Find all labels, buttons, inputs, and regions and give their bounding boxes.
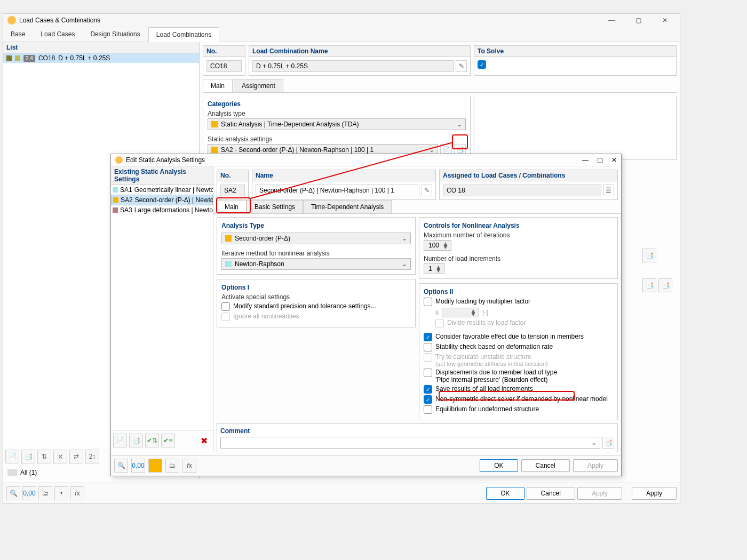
- list-icon[interactable]: ☰: [603, 185, 614, 196]
- color-button[interactable]: [148, 459, 162, 473]
- titlebar: Load Cases & Combinations — ▢ ✕: [3, 14, 680, 27]
- delete-button[interactable]: ✖: [197, 434, 211, 447]
- max-iter-spinner[interactable]: 100 ▲▼: [424, 240, 451, 251]
- maximize-icon[interactable]: ▢: [627, 17, 649, 24]
- checkbox-displacements[interactable]: ✓: [424, 369, 432, 377]
- chevron-down-icon: ⌄: [591, 439, 597, 446]
- apply-button-disabled: Apply: [577, 487, 622, 500]
- dlg-name-header: Name: [252, 170, 435, 181]
- dlg-cancel-button[interactable]: Cancel: [521, 459, 570, 472]
- tab-design-situations[interactable]: Design Situations: [83, 27, 148, 42]
- iter-method-select[interactable]: Newton-Raphson ⌄: [221, 258, 411, 270]
- checkbox-modify-precision[interactable]: ✓: [221, 302, 230, 311]
- tree-icon[interactable]: 🗂: [38, 486, 52, 500]
- color-icon: [225, 261, 232, 267]
- main-tabs: Base Load Cases Design Situations Load C…: [3, 27, 680, 42]
- color-icon: [211, 147, 218, 153]
- swatch-icon: [6, 55, 12, 61]
- app-icon: [7, 16, 16, 25]
- close-icon[interactable]: ✕: [611, 156, 617, 164]
- color-icon: [113, 197, 118, 203]
- dialog-tabs: Main Basic Settings Time-Dependent Analy…: [213, 200, 621, 214]
- tree-icon[interactable]: 🗂: [165, 459, 179, 473]
- list-item-co18[interactable]: 2.4 CO18 D + 0.75L + 0.25S: [3, 53, 199, 63]
- ok-button[interactable]: OK: [486, 487, 524, 500]
- color-icon: [211, 121, 218, 127]
- sa-item-sa2[interactable]: SA2 Second-order (P-Δ) | Newton-R: [111, 195, 213, 205]
- checkbox-equilibrium[interactable]: ✓: [424, 405, 432, 414]
- sa-item-sa3[interactable]: SA3 Large deformations | Newton-: [111, 205, 213, 215]
- apply-button[interactable]: Apply: [632, 487, 677, 500]
- controls-title: Controls for Nonlinear Analysis: [424, 222, 613, 229]
- subtab-main[interactable]: Main: [203, 79, 233, 92]
- filter-all[interactable]: All (1): [20, 469, 37, 476]
- assigned-input[interactable]: [443, 185, 601, 196]
- new-button[interactable]: 📄: [113, 434, 127, 447]
- new-button[interactable]: 📄: [5, 450, 19, 463]
- analysis-type-select[interactable]: Second-order (P-Δ) ⌄: [221, 233, 411, 244]
- swap-button[interactable]: ⇄: [69, 450, 83, 463]
- checkbox-save-results[interactable]: ✓: [424, 385, 432, 394]
- decimals-icon[interactable]: 0,00: [22, 486, 36, 500]
- dot-icon[interactable]: •: [54, 486, 68, 500]
- minimize-icon[interactable]: —: [601, 17, 622, 24]
- load-inc-spinner[interactable]: 1 ▲▼: [424, 263, 444, 274]
- edit-icon[interactable]: ✎: [422, 185, 432, 196]
- sa-list[interactable]: SA1 Geometrically linear | Newton- SA2 S…: [111, 185, 213, 430]
- solve-checkbox[interactable]: ✓: [478, 60, 486, 69]
- subtab-assignment[interactable]: Assignment: [234, 79, 283, 92]
- side-button-1[interactable]: 📑: [642, 249, 656, 262]
- side-button-3[interactable]: 📑: [658, 278, 672, 292]
- activate-label: Activate special settings: [221, 293, 411, 301]
- dlg-no-header: No.: [217, 170, 248, 181]
- comment-list-icon[interactable]: 📑: [602, 437, 614, 449]
- chevron-down-icon: ⌄: [457, 121, 462, 128]
- comment-input[interactable]: ⌄: [220, 437, 600, 449]
- tab-base[interactable]: Base: [3, 27, 33, 42]
- close-icon[interactable]: ✕: [654, 17, 676, 24]
- magnify-icon[interactable]: 🔍: [114, 459, 128, 473]
- sort-button[interactable]: ⇅: [37, 450, 51, 463]
- chevron-down-icon: ⌄: [402, 235, 407, 242]
- checkbox-stability[interactable]: ✓: [424, 343, 432, 351]
- tab-load-cases[interactable]: Load Cases: [33, 27, 83, 42]
- color-icon: [225, 235, 232, 242]
- dlg-tab-tda[interactable]: Time-Dependent Analysis: [303, 200, 392, 213]
- minimize-icon[interactable]: —: [582, 156, 589, 164]
- tab-load-combinations[interactable]: Load Combinations: [148, 27, 219, 42]
- no-input[interactable]: [206, 60, 242, 72]
- side-button-2[interactable]: 📑: [642, 278, 656, 292]
- dlg-tab-main[interactable]: Main: [217, 200, 247, 213]
- dlg-no-input[interactable]: [220, 185, 245, 196]
- checkbox-favorable[interactable]: ✓: [424, 333, 432, 341]
- checkbox-ignore-nl: ✓: [221, 313, 230, 321]
- sas-label: Static analysis settings: [208, 135, 466, 143]
- number-button[interactable]: 2↕: [85, 450, 99, 463]
- checkbox-nonsymmetric[interactable]: ✓: [424, 395, 432, 404]
- decimals-icon[interactable]: 0,00: [131, 459, 145, 473]
- copy-button[interactable]: 📑: [129, 434, 143, 447]
- magnify-icon[interactable]: 🔍: [6, 486, 20, 500]
- sa-item-sa1[interactable]: SA1 Geometrically linear | Newton-: [111, 185, 213, 195]
- maximize-icon[interactable]: ▢: [597, 156, 603, 164]
- analysis-type-select[interactable]: Static Analysis | Time-Dependent Analysi…: [208, 118, 466, 130]
- list-badge: 2.4: [23, 55, 35, 62]
- chevron-down-icon: ⌄: [429, 146, 434, 154]
- cancel-button[interactable]: Cancel: [527, 487, 575, 500]
- fx-icon[interactable]: fx: [70, 486, 84, 500]
- name-input[interactable]: [252, 60, 454, 72]
- assigned-header: Assigned to Load Cases / Combinations: [440, 170, 617, 181]
- dlg-tab-basic[interactable]: Basic Settings: [247, 200, 303, 213]
- options2-title: Options II: [424, 288, 613, 295]
- sas-value: SA2 - Second-order (P-Δ) | Newton-Raphso…: [221, 146, 374, 154]
- dlg-name-input[interactable]: [256, 185, 419, 196]
- edit-icon[interactable]: ✎: [456, 60, 467, 72]
- batch-button[interactable]: ✔≡: [161, 434, 175, 447]
- dialog-right: No. Name ✎ Assigned to Load Cases / Comb…: [213, 166, 621, 451]
- checkbox-modify-loading[interactable]: ✓: [424, 298, 432, 306]
- shuffle-button[interactable]: ⤭: [53, 450, 67, 463]
- check-button[interactable]: ✔⇅: [145, 434, 159, 447]
- dlg-ok-button[interactable]: OK: [480, 459, 518, 472]
- fx-icon[interactable]: fx: [182, 459, 196, 473]
- copy-button[interactable]: 📑: [21, 450, 35, 463]
